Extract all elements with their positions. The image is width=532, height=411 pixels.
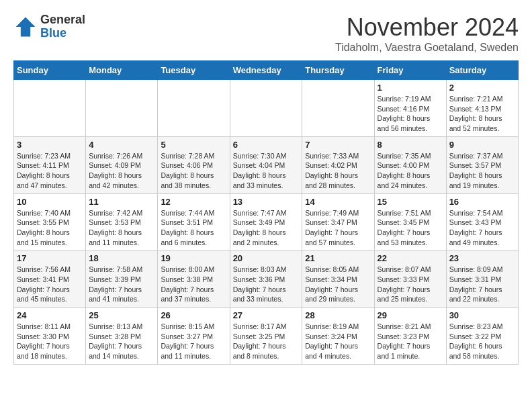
page-header: General Blue November 2024 Tidaholm, Vae… xyxy=(13,13,519,54)
table-row: 17 Sunrise: 7:56 AMSunset: 3:41 PMDaylig… xyxy=(14,250,86,308)
table-row: 14 Sunrise: 7:49 AMSunset: 3:47 PMDaylig… xyxy=(302,193,374,250)
day-number: 30 xyxy=(449,310,515,320)
table-row: 10 Sunrise: 7:40 AMSunset: 3:55 PMDaylig… xyxy=(14,193,86,250)
table-row: 27 Sunrise: 8:17 AMSunset: 3:25 PMDaylig… xyxy=(230,308,302,365)
day-info: Sunrise: 7:23 AMSunset: 4:11 PMDaylight:… xyxy=(17,151,83,191)
day-info: Sunrise: 8:13 AMSunset: 3:28 PMDaylight:… xyxy=(89,322,154,361)
header-wednesday: Wednesday xyxy=(230,61,302,80)
day-info: Sunrise: 7:56 AMSunset: 3:41 PMDaylight:… xyxy=(17,265,83,304)
day-number: 27 xyxy=(233,310,300,320)
day-number: 11 xyxy=(89,197,154,207)
day-number: 29 xyxy=(378,310,443,320)
title-section: November 2024 Tidaholm, Vaestra Goetalan… xyxy=(335,13,519,54)
day-number: 17 xyxy=(17,253,83,263)
logo: General Blue xyxy=(13,13,85,40)
day-info: Sunrise: 7:26 AMSunset: 4:09 PMDaylight:… xyxy=(89,151,154,191)
day-number: 6 xyxy=(233,140,300,150)
table-row xyxy=(86,80,158,137)
day-number: 22 xyxy=(378,253,443,263)
day-info: Sunrise: 7:30 AMSunset: 4:04 PMDaylight:… xyxy=(233,151,300,191)
weekday-header-row: Sunday Monday Tuesday Wednesday Thursday… xyxy=(14,61,519,80)
table-row: 20 Sunrise: 8:03 AMSunset: 3:36 PMDaylig… xyxy=(230,250,302,308)
day-number: 3 xyxy=(17,140,83,150)
header-saturday: Saturday xyxy=(446,61,518,80)
table-row xyxy=(230,80,302,137)
day-number: 15 xyxy=(378,197,443,207)
day-info: Sunrise: 7:42 AMSunset: 3:53 PMDaylight:… xyxy=(89,208,154,248)
table-row: 28 Sunrise: 8:19 AMSunset: 3:24 PMDaylig… xyxy=(302,308,374,365)
day-info: Sunrise: 7:19 AMSunset: 4:16 PMDaylight:… xyxy=(378,94,443,134)
calendar-table: Sunday Monday Tuesday Wednesday Thursday… xyxy=(13,60,519,365)
day-number: 8 xyxy=(378,140,443,150)
day-info: Sunrise: 7:49 AMSunset: 3:47 PMDaylight:… xyxy=(305,208,371,248)
table-row: 4 Sunrise: 7:26 AMSunset: 4:09 PMDayligh… xyxy=(86,136,158,193)
table-row: 9 Sunrise: 7:37 AMSunset: 3:57 PMDayligh… xyxy=(446,136,518,193)
day-info: Sunrise: 7:40 AMSunset: 3:55 PMDaylight:… xyxy=(17,208,83,248)
day-number: 13 xyxy=(233,197,300,207)
table-row xyxy=(158,80,230,137)
day-info: Sunrise: 7:44 AMSunset: 3:51 PMDaylight:… xyxy=(161,208,226,248)
day-info: Sunrise: 7:58 AMSunset: 3:39 PMDaylight:… xyxy=(89,265,154,304)
day-info: Sunrise: 7:35 AMSunset: 4:00 PMDaylight:… xyxy=(378,151,443,191)
table-row: 11 Sunrise: 7:42 AMSunset: 3:53 PMDaylig… xyxy=(86,193,158,250)
week-row-3: 10 Sunrise: 7:40 AMSunset: 3:55 PMDaylig… xyxy=(14,193,519,250)
day-info: Sunrise: 8:09 AMSunset: 3:31 PMDaylight:… xyxy=(449,265,515,304)
header-friday: Friday xyxy=(374,61,446,80)
day-info: Sunrise: 8:07 AMSunset: 3:33 PMDaylight:… xyxy=(378,265,443,304)
day-info: Sunrise: 8:11 AMSunset: 3:30 PMDaylight:… xyxy=(17,322,83,361)
table-row: 22 Sunrise: 8:07 AMSunset: 3:33 PMDaylig… xyxy=(374,250,446,308)
day-info: Sunrise: 7:37 AMSunset: 3:57 PMDaylight:… xyxy=(449,151,515,191)
day-number: 25 xyxy=(89,310,154,320)
table-row: 3 Sunrise: 7:23 AMSunset: 4:11 PMDayligh… xyxy=(14,136,86,193)
day-number: 20 xyxy=(233,253,300,263)
day-info: Sunrise: 8:19 AMSunset: 3:24 PMDaylight:… xyxy=(305,322,371,361)
week-row-5: 24 Sunrise: 8:11 AMSunset: 3:30 PMDaylig… xyxy=(14,308,519,365)
day-info: Sunrise: 7:54 AMSunset: 3:43 PMDaylight:… xyxy=(449,208,515,248)
table-row xyxy=(302,80,374,137)
table-row: 23 Sunrise: 8:09 AMSunset: 3:31 PMDaylig… xyxy=(446,250,518,308)
day-number: 12 xyxy=(161,197,226,207)
logo-icon xyxy=(13,15,38,39)
day-number: 18 xyxy=(89,253,154,263)
table-row: 2 Sunrise: 7:21 AMSunset: 4:13 PMDayligh… xyxy=(446,80,518,137)
day-info: Sunrise: 8:23 AMSunset: 3:22 PMDaylight:… xyxy=(449,322,515,361)
day-number: 24 xyxy=(17,310,83,320)
day-number: 4 xyxy=(89,140,154,150)
day-number: 21 xyxy=(305,253,371,263)
table-row: 12 Sunrise: 7:44 AMSunset: 3:51 PMDaylig… xyxy=(158,193,230,250)
table-row: 25 Sunrise: 8:13 AMSunset: 3:28 PMDaylig… xyxy=(86,308,158,365)
table-row: 1 Sunrise: 7:19 AMSunset: 4:16 PMDayligh… xyxy=(374,80,446,137)
table-row: 30 Sunrise: 8:23 AMSunset: 3:22 PMDaylig… xyxy=(446,308,518,365)
table-row: 16 Sunrise: 7:54 AMSunset: 3:43 PMDaylig… xyxy=(446,193,518,250)
day-number: 9 xyxy=(449,140,515,150)
table-row: 21 Sunrise: 8:05 AMSunset: 3:34 PMDaylig… xyxy=(302,250,374,308)
table-row: 15 Sunrise: 7:51 AMSunset: 3:45 PMDaylig… xyxy=(374,193,446,250)
day-number: 28 xyxy=(305,310,371,320)
day-info: Sunrise: 8:03 AMSunset: 3:36 PMDaylight:… xyxy=(233,265,300,304)
day-info: Sunrise: 8:15 AMSunset: 3:27 PMDaylight:… xyxy=(161,322,226,361)
week-row-1: 1 Sunrise: 7:19 AMSunset: 4:16 PMDayligh… xyxy=(14,80,519,137)
day-number: 5 xyxy=(161,140,226,150)
table-row: 8 Sunrise: 7:35 AMSunset: 4:00 PMDayligh… xyxy=(374,136,446,193)
table-row xyxy=(14,80,86,137)
table-row: 7 Sunrise: 7:33 AMSunset: 4:02 PMDayligh… xyxy=(302,136,374,193)
header-monday: Monday xyxy=(86,61,158,80)
day-info: Sunrise: 7:21 AMSunset: 4:13 PMDaylight:… xyxy=(449,94,515,134)
day-info: Sunrise: 7:33 AMSunset: 4:02 PMDaylight:… xyxy=(305,151,371,191)
day-number: 16 xyxy=(449,197,515,207)
location-title: Tidaholm, Vaestra Goetaland, Sweden xyxy=(335,42,519,54)
table-row: 18 Sunrise: 7:58 AMSunset: 3:39 PMDaylig… xyxy=(86,250,158,308)
day-info: Sunrise: 7:28 AMSunset: 4:06 PMDaylight:… xyxy=(161,151,226,191)
day-number: 1 xyxy=(378,83,443,93)
day-info: Sunrise: 8:21 AMSunset: 3:23 PMDaylight:… xyxy=(378,322,443,361)
day-number: 7 xyxy=(305,140,371,150)
svg-marker-0 xyxy=(16,17,36,36)
header-thursday: Thursday xyxy=(302,61,374,80)
header-sunday: Sunday xyxy=(14,61,86,80)
day-info: Sunrise: 7:51 AMSunset: 3:45 PMDaylight:… xyxy=(378,208,443,248)
table-row: 13 Sunrise: 7:47 AMSunset: 3:49 PMDaylig… xyxy=(230,193,302,250)
logo-blue: Blue xyxy=(40,27,85,40)
day-number: 10 xyxy=(17,197,83,207)
table-row: 19 Sunrise: 8:00 AMSunset: 3:38 PMDaylig… xyxy=(158,250,230,308)
table-row: 24 Sunrise: 8:11 AMSunset: 3:30 PMDaylig… xyxy=(14,308,86,365)
